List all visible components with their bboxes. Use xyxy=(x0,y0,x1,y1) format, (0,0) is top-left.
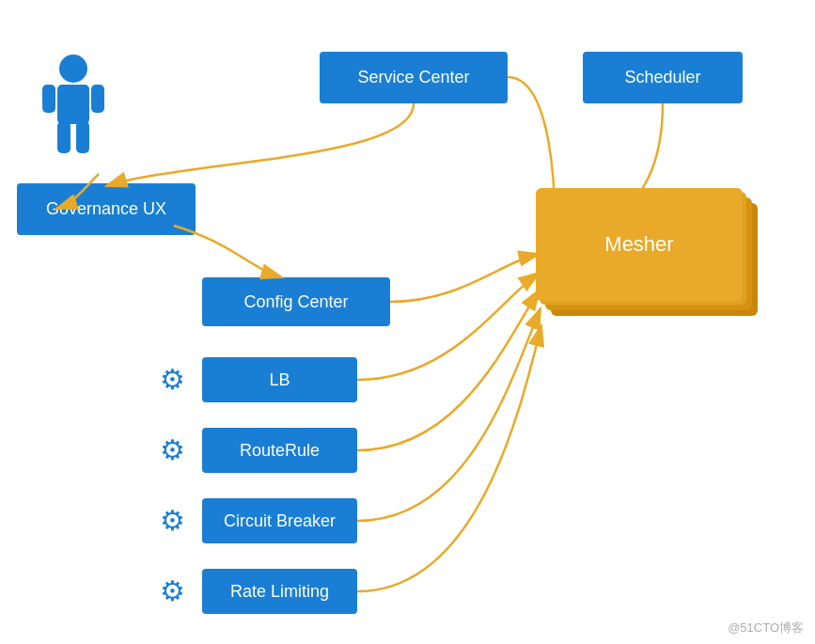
mesher-label: Mesher xyxy=(604,232,673,257)
gear-rate-icon: ⚙ xyxy=(153,572,191,609)
route-rule-box: RouteRule xyxy=(202,428,357,473)
svg-rect-1 xyxy=(57,85,89,124)
config-center-box: Config Center xyxy=(202,277,390,326)
svg-rect-3 xyxy=(76,121,89,153)
route-rule-label: RouteRule xyxy=(240,441,320,461)
service-center-label: Service Center xyxy=(357,68,469,87)
gear-lb-icon: ⚙ xyxy=(153,360,191,398)
svg-point-0 xyxy=(59,55,87,83)
circuit-breaker-label: Circuit Breaker xyxy=(224,511,336,531)
governance-ux-label: Governance UX xyxy=(46,199,166,219)
gear-circuit-icon: ⚙ xyxy=(153,501,191,539)
svg-rect-5 xyxy=(91,85,104,113)
svg-rect-4 xyxy=(42,85,55,113)
governance-ux-box: Governance UX xyxy=(17,183,196,235)
rate-limiting-label: Rate Limiting xyxy=(230,582,329,602)
circuit-breaker-box: Circuit Breaker xyxy=(202,498,357,543)
watermark: @51CTO博客 xyxy=(728,620,804,636)
gear-route-icon: ⚙ xyxy=(153,431,191,468)
mesher-layer-front: Mesher xyxy=(536,188,743,301)
scheduler-box: Scheduler xyxy=(583,52,743,103)
scheduler-label: Scheduler xyxy=(624,68,700,87)
service-center-box: Service Center xyxy=(320,52,508,103)
person-icon xyxy=(36,47,111,160)
lb-label: LB xyxy=(269,370,290,390)
rate-limiting-box: Rate Limiting xyxy=(202,569,357,614)
diagram-container: Service Center Scheduler Governance UX C… xyxy=(0,0,815,644)
svg-rect-2 xyxy=(57,121,71,153)
lb-box: LB xyxy=(202,357,357,402)
config-center-label: Config Center xyxy=(243,292,348,312)
